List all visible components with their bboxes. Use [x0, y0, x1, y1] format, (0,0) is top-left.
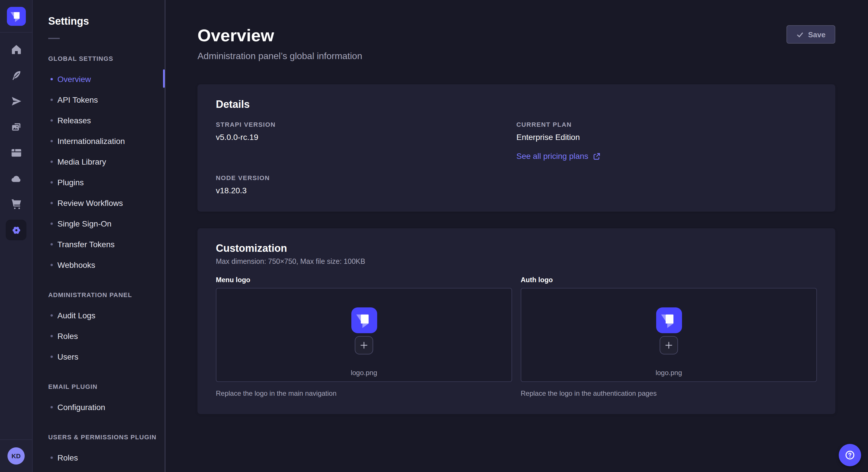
- sidebar-item-admin-users[interactable]: Users: [33, 346, 165, 367]
- current-plan-field: CURRENT PLAN Enterprise Edition: [516, 120, 817, 142]
- help-button[interactable]: [839, 444, 861, 466]
- nav-deploy-button[interactable]: [5, 167, 28, 190]
- bullet-icon: [51, 243, 53, 245]
- sidebar-item-overview[interactable]: Overview: [33, 69, 165, 90]
- menu-logo-uploader: Menu logo logo.png Replace the logo in t…: [216, 276, 512, 398]
- menu-logo-dropzone[interactable]: logo.png: [216, 288, 512, 382]
- auth-logo-preview: [656, 307, 682, 333]
- strapi-admin-app: KD Settings GLOBAL SETTINGS Overview API…: [0, 0, 868, 472]
- sidebar-item-api-tokens[interactable]: API Tokens: [33, 90, 165, 110]
- images-icon: [10, 121, 22, 133]
- nav-home-button[interactable]: [5, 38, 28, 61]
- nav-releases-button[interactable]: [5, 90, 28, 112]
- sidebar-item-webhooks[interactable]: Webhooks: [33, 255, 165, 275]
- rail-bottom: KD: [0, 439, 32, 472]
- sidebar-item-label: Roles: [57, 453, 78, 462]
- window-layout-icon: [10, 146, 22, 159]
- sidebar-item-label: Single Sign-On: [57, 219, 112, 228]
- sidebar-item-up-roles[interactable]: Roles: [33, 447, 165, 468]
- field-label: CURRENT PLAN: [516, 120, 817, 130]
- sidebar-item-audit-logs[interactable]: Audit Logs: [33, 305, 165, 326]
- field-value: v18.20.3: [216, 186, 516, 196]
- bullet-icon: [51, 356, 53, 358]
- sidebar-item-review-workflows[interactable]: Review Workflows: [33, 193, 165, 213]
- details-grid: STRAPI VERSION v5.0.0-rc.19 NODE VERSION…: [216, 120, 817, 196]
- details-left-column: STRAPI VERSION v5.0.0-rc.19 NODE VERSION…: [216, 120, 516, 196]
- nav-media-library-button[interactable]: [5, 115, 28, 138]
- nav-settings-button[interactable]: [6, 220, 26, 240]
- bullet-icon: [51, 457, 53, 459]
- nav-marketplace-button[interactable]: [5, 193, 28, 216]
- auth-logo-hint: Replace the logo in the authentication p…: [521, 389, 817, 398]
- auth-logo-dropzone[interactable]: logo.png: [521, 288, 817, 382]
- sidebar-item-label: Overview: [57, 74, 91, 84]
- main-nav-rail: KD: [0, 0, 33, 472]
- bullet-icon: [51, 99, 53, 101]
- sidebar-item-transfer-tokens[interactable]: Transfer Tokens: [33, 234, 165, 255]
- sidebar-item-label: Review Workflows: [57, 198, 123, 208]
- section-administration-panel: ADMINISTRATION PANEL: [48, 291, 165, 299]
- subnav-title: Settings: [48, 14, 165, 28]
- add-logo-button[interactable]: [660, 336, 678, 355]
- nav-content-type-builder-button[interactable]: [5, 141, 28, 164]
- add-logo-button[interactable]: [355, 336, 373, 355]
- customization-card: Customization Max dimension: 750×750, Ma…: [197, 228, 835, 414]
- sidebar-item-internationalization[interactable]: Internationalization: [33, 131, 165, 151]
- gear-icon: [10, 224, 22, 236]
- sidebar-item-label: Releases: [57, 116, 91, 125]
- section-users-permissions-plugin: USERS & PERMISSIONS PLUGIN: [48, 433, 165, 441]
- plus-icon: [665, 341, 673, 349]
- auth-logo-filename: logo.png: [521, 369, 816, 377]
- screen: KD Settings GLOBAL SETTINGS Overview API…: [0, 0, 868, 472]
- bullet-icon: [51, 223, 53, 225]
- strapi-logo-icon: [656, 307, 682, 333]
- strapi-logo-icon: [7, 7, 26, 26]
- field-label: NODE VERSION: [216, 173, 516, 183]
- section-administration-panel-list: Audit Logs Roles Users: [33, 305, 165, 367]
- strapi-logo-button[interactable]: [7, 7, 26, 26]
- rail-nav-list: [5, 38, 28, 241]
- sidebar-item-label: API Tokens: [57, 95, 98, 104]
- divider: [0, 32, 32, 33]
- field-label: STRAPI VERSION: [216, 120, 516, 130]
- sidebar-item-admin-roles[interactable]: Roles: [33, 326, 165, 346]
- sidebar-item-single-sign-on[interactable]: Single Sign-On: [33, 213, 165, 234]
- sidebar-item-plugins[interactable]: Plugins: [33, 172, 165, 193]
- sidebar-item-label: Roles: [57, 332, 78, 341]
- menu-logo-preview: [351, 307, 377, 333]
- pricing-plans-link[interactable]: See all pricing plans: [516, 151, 600, 161]
- divider: [48, 38, 60, 39]
- page-subtitle: Administration panel’s global informatio…: [197, 50, 835, 62]
- check-icon: [796, 31, 803, 38]
- details-card-title: Details: [216, 98, 817, 111]
- save-button[interactable]: Save: [786, 25, 835, 43]
- bullet-icon: [51, 78, 53, 80]
- feather-icon: [10, 69, 22, 81]
- bullet-icon: [51, 119, 53, 122]
- pricing-plans-link-label: See all pricing plans: [516, 151, 588, 161]
- strapi-version-field: STRAPI VERSION v5.0.0-rc.19: [216, 120, 516, 142]
- sidebar-item-label: Plugins: [57, 178, 84, 187]
- field-value: Enterprise Edition: [516, 133, 817, 142]
- sidebar-item-email-configuration[interactable]: Configuration: [33, 397, 165, 417]
- section-global-settings-list: Overview API Tokens Releases Internation…: [33, 69, 165, 275]
- node-version-field: NODE VERSION v18.20.3: [216, 173, 516, 196]
- bullet-icon: [51, 406, 53, 408]
- customization-card-title: Customization: [216, 242, 817, 255]
- section-email-plugin: EMAIL PLUGIN: [48, 382, 165, 391]
- logo-uploaders: Menu logo logo.png Replace the logo in t…: [216, 276, 817, 398]
- bullet-icon: [51, 202, 53, 204]
- sidebar-item-media-library[interactable]: Media Library: [33, 151, 165, 172]
- user-avatar[interactable]: KD: [7, 447, 25, 465]
- section-users-permissions-list: Roles Providers: [33, 447, 165, 472]
- settings-subnav: Settings GLOBAL SETTINGS Overview API To…: [33, 0, 165, 472]
- bullet-icon: [51, 140, 53, 142]
- customization-constraints: Max dimension: 750×750, Max file size: 1…: [216, 257, 817, 266]
- sidebar-item-releases[interactable]: Releases: [33, 110, 165, 131]
- bullet-icon: [51, 335, 53, 337]
- sidebar-item-up-providers[interactable]: Providers: [33, 468, 165, 472]
- details-card: Details STRAPI VERSION v5.0.0-rc.19 NODE…: [197, 84, 835, 212]
- nav-content-manager-button[interactable]: [5, 64, 28, 87]
- section-global-settings: GLOBAL SETTINGS: [48, 55, 165, 63]
- paper-plane-icon: [10, 95, 22, 107]
